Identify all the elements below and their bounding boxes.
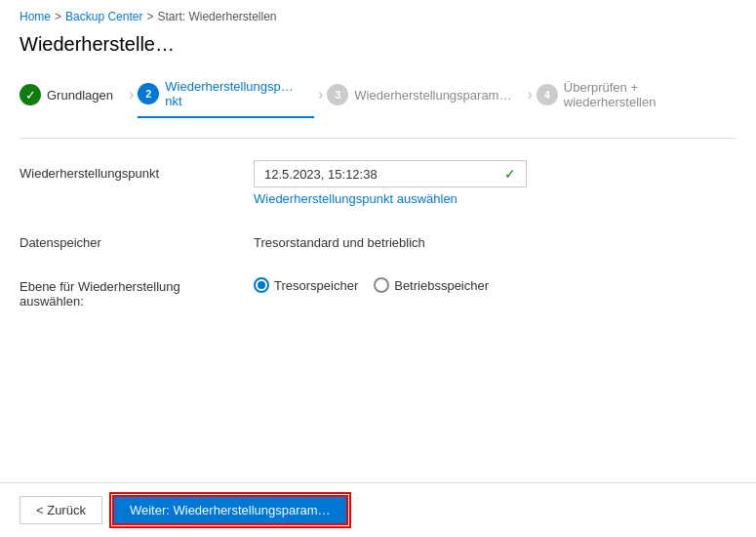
data-store-value: Tresorstandard und betrieblich <box>254 229 736 250</box>
step-sep-1: › <box>125 86 138 103</box>
form-section: Wiederherstellungspunkt 12.5.2023, 15:12… <box>0 139 756 330</box>
restore-point-value-container: 12.5.2023, 15:12:38 ✓ Wiederherstellungs… <box>254 160 736 206</box>
restore-level-label: Ebene für Wiederherstellung auswählen: <box>20 273 234 309</box>
restore-point-row: Wiederherstellungspunkt 12.5.2023, 15:12… <box>20 148 736 218</box>
breadcrumb-current: Start: Wiederherstellen <box>157 10 276 23</box>
step-1-check-icon: ✓ <box>20 84 41 105</box>
breadcrumb-home[interactable]: Home <box>20 10 51 23</box>
radio-betriebsspeicher-label: Betriebsspeicher <box>394 278 489 293</box>
step-ueberpruefen[interactable]: 4 Überprüfen + wiederherstellen <box>537 72 736 117</box>
breadcrumb: Home > Backup Center > Start: Wiederhers… <box>0 0 756 29</box>
radio-tresorspeicher[interactable]: Tresorspeicher <box>254 277 358 293</box>
step-sep-2: › <box>314 86 327 103</box>
restore-point-input: 12.5.2023, 15:12:38 ✓ <box>254 160 527 187</box>
restore-point-check-icon: ✓ <box>504 166 516 182</box>
restore-level-row: Ebene für Wiederherstellung auswählen: T… <box>20 262 736 320</box>
data-store-label: Datenspeicher <box>20 229 234 250</box>
step-4-label: Überprüfen + wiederherstellen <box>564 80 725 109</box>
step-2-circle: 2 <box>138 83 159 104</box>
step-wiederherstellungspunkt[interactable]: 2 Wiederherstellungsp…nkt <box>138 71 314 118</box>
data-store-row: Datenspeicher Tresorstandard und betrieb… <box>20 218 736 262</box>
step-wiederherstellungsparameter[interactable]: 3 Wiederherstellungsparam… <box>327 76 523 113</box>
restore-point-date: 12.5.2023, 15:12:38 <box>264 167 378 182</box>
footer: < Zurück Weiter: Wiederherstellungsparam… <box>0 482 756 537</box>
stepper: ✓ Grundlagen › 2 Wiederherstellungsp…nkt… <box>0 71 756 138</box>
step-1-label: Grundlagen <box>47 88 113 103</box>
data-store-value-container: Tresorstandard und betrieblich <box>254 229 736 250</box>
radio-betriebsspeicher[interactable]: Betriebsspeicher <box>374 277 489 293</box>
restore-point-select-link[interactable]: Wiederherstellungspunkt auswählen <box>254 191 736 206</box>
breadcrumb-backup-center[interactable]: Backup Center <box>65 10 142 23</box>
breadcrumb-sep1: > <box>55 10 61 23</box>
back-button[interactable]: < Zurück <box>20 496 102 524</box>
step-3-circle: 3 <box>327 84 348 105</box>
step-4-circle: 4 <box>537 84 558 105</box>
breadcrumb-sep2: > <box>146 10 153 23</box>
restore-level-value-container: Tresorspeicher Betriebsspeicher <box>254 273 736 293</box>
page-title: Wiederherstelle… <box>0 29 756 71</box>
restore-level-radio-group: Tresorspeicher Betriebsspeicher <box>254 273 736 293</box>
radio-tresorspeicher-circle <box>254 277 269 293</box>
radio-betriebsspeicher-circle <box>374 277 389 293</box>
step-3-label: Wiederherstellungsparam… <box>354 88 511 103</box>
next-button[interactable]: Weiter: Wiederherstellungsparam… <box>112 495 348 525</box>
step-sep-3: › <box>523 86 536 103</box>
step-grundlagen[interactable]: ✓ Grundlagen <box>20 76 125 113</box>
restore-point-label: Wiederherstellungspunkt <box>20 160 234 181</box>
radio-tresorspeicher-label: Tresorspeicher <box>274 278 358 293</box>
step-2-label: Wiederherstellungsp…nkt <box>165 79 302 108</box>
